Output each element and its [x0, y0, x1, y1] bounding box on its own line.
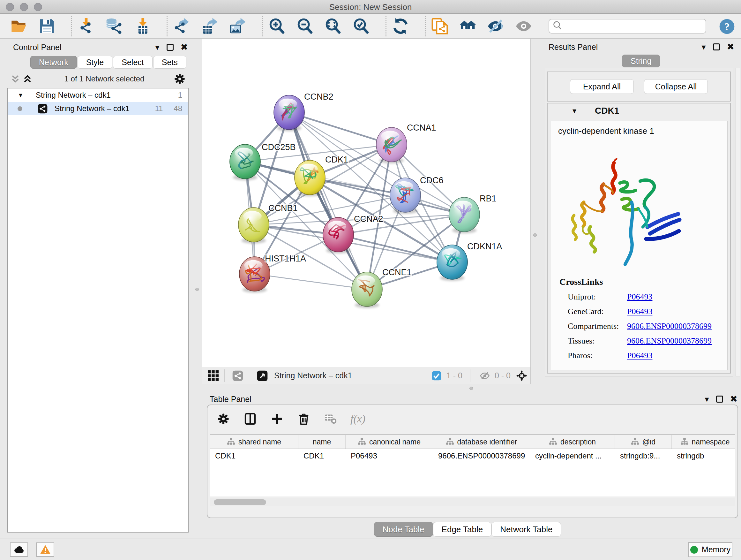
network-badge-gray-icon[interactable] — [231, 369, 245, 382]
results-scrollbar[interactable] — [736, 68, 740, 376]
float-panel-icon[interactable] — [166, 44, 174, 51]
tab-style[interactable]: Style — [77, 56, 113, 69]
memory-button[interactable]: Memory — [688, 542, 732, 557]
export-table-icon[interactable] — [201, 17, 219, 35]
export-network-icon[interactable] — [173, 17, 191, 35]
tree-expander-icon[interactable]: ▾ — [19, 91, 22, 99]
network-edge[interactable] — [289, 112, 392, 145]
zoom-fit-icon[interactable] — [324, 17, 342, 35]
network-tree-row[interactable]: String Network – cdk11148 — [8, 102, 188, 115]
tab-node-table[interactable]: Node Table — [374, 522, 433, 537]
expand-all-button[interactable]: Expand All — [570, 79, 634, 94]
table-cell[interactable]: CDK1 — [298, 449, 346, 462]
export-image-icon[interactable] — [229, 17, 247, 35]
fit-content-crosshair-icon[interactable] — [515, 369, 529, 382]
warning-status-button[interactable] — [36, 543, 54, 557]
collapse-all-button[interactable]: Collapse All — [644, 79, 708, 94]
column-header-description[interactable]: description — [530, 435, 615, 449]
column-header--id[interactable]: @id — [615, 435, 672, 449]
search-input[interactable] — [562, 20, 705, 32]
column-header-name[interactable]: name — [298, 435, 346, 449]
network-node-CCNE1[interactable] — [352, 272, 382, 308]
column-header-namespace[interactable]: namespace — [672, 435, 735, 449]
network-node-RB1[interactable] — [449, 197, 480, 233]
collapse-all-networks-icon[interactable] — [10, 74, 20, 84]
table-cell[interactable]: stringdb — [672, 449, 735, 462]
column-header-canonical-name[interactable]: canonical name — [346, 435, 433, 449]
zoom-selected-icon[interactable] — [352, 17, 370, 35]
network-tree-row[interactable]: ▾String Network – cdk11 — [8, 88, 188, 102]
crosslink-link[interactable]: P06493 — [627, 292, 652, 302]
table-settings-icon[interactable] — [216, 412, 230, 426]
network-edge[interactable] — [255, 274, 367, 289]
column-header-database-identifier[interactable]: database identifier — [433, 435, 530, 449]
import-network-file-icon[interactable] — [77, 17, 95, 35]
column-header-label: shared name — [239, 438, 281, 446]
birdseye-view-icon[interactable] — [256, 369, 269, 382]
crosslink-link[interactable]: P06493 — [627, 307, 652, 316]
entry-collapse-icon[interactable]: ▾ — [572, 106, 576, 115]
table-cell[interactable]: 9606.ENSP00000378699 — [433, 449, 530, 462]
tab-sets[interactable]: Sets — [153, 56, 186, 69]
open-session-icon[interactable] — [10, 17, 28, 35]
node-label-CDC25B: CDC25B — [262, 142, 296, 152]
toggle-columns-icon[interactable] — [243, 412, 257, 426]
float-panel-icon[interactable] — [716, 395, 723, 402]
network-view[interactable]: CCNB2CCNA1CDC25BCDK1CDC6RB1CCNB1CCNA2CDK… — [202, 39, 531, 384]
close-panel-icon[interactable]: ✖ — [181, 43, 188, 52]
search-field[interactable] — [549, 19, 706, 34]
panel-menu-icon[interactable]: ▾ — [701, 43, 705, 51]
panel-menu-icon[interactable]: ▾ — [704, 395, 709, 403]
panel-menu-icon[interactable]: ▾ — [155, 43, 159, 51]
network-node-CDC25B[interactable] — [230, 144, 260, 180]
table-cell[interactable]: P06493 — [346, 449, 433, 462]
network-node-CDC6[interactable] — [390, 178, 421, 214]
refresh-view-icon[interactable] — [392, 17, 409, 35]
cloud-status-button[interactable] — [10, 543, 28, 557]
network-canvas[interactable]: CCNB2CCNA1CDC25BCDK1CDC6RB1CCNB1CCNA2CDK… — [202, 39, 531, 367]
help-button[interactable]: ? — [719, 18, 735, 35]
tab-select[interactable]: Select — [113, 56, 152, 69]
crosslink-link[interactable]: 9606.ENSP00000378699 — [627, 336, 712, 346]
node-label-CCNB1: CCNB1 — [268, 203, 298, 213]
network-node-CDKN1A[interactable] — [437, 245, 468, 281]
crosslink-link[interactable]: 9606.ENSP00000378699 — [627, 321, 712, 331]
zoom-out-icon[interactable] — [296, 17, 314, 35]
show-all-icon[interactable] — [515, 17, 533, 35]
add-row-icon[interactable] — [270, 412, 284, 426]
column-header-shared-name[interactable]: shared name — [210, 435, 298, 449]
zoom-in-icon[interactable] — [268, 17, 286, 35]
delete-row-icon[interactable] — [297, 412, 311, 426]
expand-all-networks-icon[interactable] — [23, 74, 32, 84]
close-panel-icon[interactable]: ✖ — [727, 43, 734, 51]
table-row[interactable]: CDK1CDK1P064939606.ENSP00000378699cyclin… — [210, 449, 735, 462]
close-panel-icon[interactable]: ✖ — [730, 395, 738, 403]
import-table-file-icon[interactable] — [133, 17, 151, 35]
left-splitter-handle[interactable] — [195, 288, 199, 291]
change-network-home-icon[interactable] — [459, 17, 477, 35]
float-panel-icon[interactable] — [713, 44, 720, 51]
scrollbar-thumb[interactable] — [214, 499, 266, 505]
network-node-CCNA1[interactable] — [376, 127, 407, 164]
right-splitter-handle[interactable] — [533, 233, 537, 237]
selected-items-checkbox[interactable] — [430, 369, 443, 382]
table-cell[interactable]: cyclin-dependent ... — [530, 449, 615, 462]
table-horizontal-scrollbar[interactable] — [210, 498, 735, 506]
save-session-icon[interactable] — [38, 17, 56, 35]
network-node-CCNB1[interactable] — [239, 207, 269, 244]
table-cell[interactable]: CDK1 — [210, 449, 298, 462]
tab-network[interactable]: Network — [30, 56, 77, 69]
horizontal-splitter-handle[interactable] — [469, 387, 473, 390]
network-options-gear-icon[interactable] — [174, 73, 185, 84]
clone-network-icon[interactable] — [431, 17, 449, 35]
crosslink-link[interactable]: P06493 — [627, 351, 652, 361]
table-cell[interactable]: stringdb:9... — [615, 449, 672, 462]
grid-mode-icon[interactable] — [206, 369, 220, 382]
tab-edge-table[interactable]: Edge Table — [433, 522, 492, 537]
tab-string[interactable]: String — [622, 55, 660, 67]
tab-network-table[interactable]: Network Table — [491, 522, 561, 537]
crosslinks-section: CrossLinks Uniprot:P06493GeneCard:P06493… — [559, 277, 712, 361]
node-label-CDKN1A: CDKN1A — [467, 242, 502, 251]
hide-selected-icon[interactable] — [487, 17, 505, 35]
import-network-database-icon[interactable] — [105, 17, 123, 35]
